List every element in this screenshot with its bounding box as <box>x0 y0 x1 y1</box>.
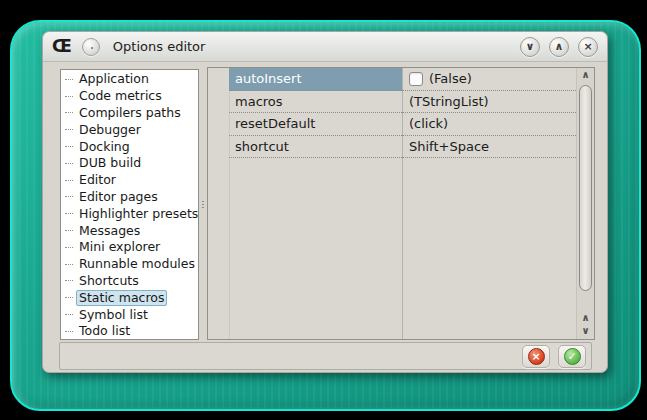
cancel-button[interactable]: × <box>522 345 550 368</box>
cancel-x-icon: × <box>528 348 545 365</box>
scroll-up-icon[interactable]: ∧ <box>577 68 594 81</box>
close-button[interactable]: × <box>578 37 598 57</box>
category-tree-item[interactable]: Shortcuts <box>61 273 198 290</box>
property-value: (False) <box>429 71 472 86</box>
category-tree-item[interactable]: Static macros <box>61 289 198 306</box>
scroll-up2-icon[interactable]: ∧ <box>577 311 594 324</box>
category-label[interactable]: Compilers paths <box>76 105 184 121</box>
scroll-down-icon[interactable]: ∨ <box>577 324 594 337</box>
property-row[interactable]: macros (TStringList) <box>208 91 576 114</box>
category-label[interactable]: Messages <box>76 223 143 239</box>
property-value: (TStringList) <box>409 94 489 109</box>
property-name[interactable]: shortcut <box>229 136 402 159</box>
category-tree-item[interactable]: Messages <box>61 222 198 239</box>
property-value: Shift+Space <box>409 139 489 154</box>
row-gutter <box>208 91 229 114</box>
category-label[interactable]: Editor pages <box>76 189 161 205</box>
app-logo-icon: Œ <box>52 38 70 55</box>
property-value-cell[interactable]: (click) <box>402 113 576 136</box>
titlebar[interactable]: Œ Options editor ∨ ∧ × <box>43 32 607 62</box>
category-label[interactable]: Static macros <box>76 290 167 306</box>
category-label[interactable]: Runnable modules <box>76 256 198 272</box>
property-row[interactable]: autoInsert (False) <box>208 68 576 91</box>
category-tree-item[interactable]: Highlighter presets <box>61 205 198 222</box>
category-tree-item[interactable]: Editor <box>61 172 198 189</box>
property-row[interactable]: shortcut Shift+Space <box>208 136 576 159</box>
category-label[interactable]: Shortcuts <box>76 273 142 289</box>
category-label[interactable]: Debugger <box>76 122 144 138</box>
category-tree-item[interactable]: Mini explorer <box>61 239 198 256</box>
category-label[interactable]: Highlighter presets <box>76 206 199 222</box>
property-name[interactable]: resetDefault <box>229 113 402 136</box>
minimize-button[interactable]: ∨ <box>520 37 540 57</box>
category-tree-item[interactable]: Compilers paths <box>61 105 198 122</box>
category-tree-item[interactable]: Application <box>61 71 198 88</box>
category-tree-item[interactable]: Docking <box>61 138 198 155</box>
row-gutter <box>208 113 229 136</box>
property-value-cell[interactable]: (False) <box>402 68 576 91</box>
accept-check-icon: ✓ <box>564 348 581 365</box>
category-tree-item[interactable]: Debugger <box>61 121 198 138</box>
property-name[interactable]: autoInsert <box>229 68 402 91</box>
property-value-cell[interactable]: Shift+Space <box>402 136 576 159</box>
maximize-button[interactable]: ∧ <box>549 37 569 57</box>
category-label[interactable]: Mini explorer <box>76 239 163 255</box>
category-tree-item[interactable]: Editor pages <box>61 189 198 206</box>
scrollbar-thumb[interactable] <box>579 85 592 291</box>
options-editor-window: Œ Options editor ∨ ∧ × Application Code … <box>42 31 608 373</box>
scroll-bottom-buttons: ∧ ∨ <box>577 311 594 337</box>
row-gutter <box>208 136 229 159</box>
category-label[interactable]: DUB build <box>76 155 144 171</box>
window-title: Options editor <box>113 39 206 54</box>
category-tree-item[interactable]: Symbol list <box>61 306 198 323</box>
accept-button[interactable]: ✓ <box>558 345 586 368</box>
category-label[interactable]: Application <box>76 71 152 87</box>
window-controls: ∨ ∧ × <box>520 37 598 57</box>
checkbox[interactable] <box>409 72 423 86</box>
category-label[interactable]: Code metrics <box>76 88 165 104</box>
category-tree-item[interactable]: Runnable modules <box>61 256 198 273</box>
category-label[interactable]: Symbol list <box>76 307 151 323</box>
property-rows: autoInsert (False) macros <box>208 68 576 158</box>
property-value-cell[interactable]: (TStringList) <box>402 91 576 114</box>
window-menu-button[interactable] <box>82 38 100 56</box>
property-grid[interactable]: autoInsert (False) macros <box>207 67 595 340</box>
scrollbar[interactable]: ∧ ∧ ∨ <box>576 68 594 339</box>
category-tree[interactable]: Application Code metrics Compilers paths… <box>60 69 199 340</box>
screen: Œ Options editor ∨ ∧ × Application Code … <box>0 0 647 420</box>
category-label[interactable]: Docking <box>76 139 133 155</box>
footer-bar: × ✓ <box>59 342 592 370</box>
property-row[interactable]: resetDefault (click) <box>208 113 576 136</box>
category-label[interactable]: Editor <box>76 172 119 188</box>
category-tree-item[interactable]: Todo list <box>61 323 198 340</box>
row-gutter <box>208 68 229 91</box>
category-label[interactable]: Todo list <box>76 323 133 339</box>
category-tree-item[interactable]: Code metrics <box>61 88 198 105</box>
category-tree-item[interactable]: DUB build <box>61 155 198 172</box>
panel-splitter[interactable] <box>199 69 207 340</box>
property-name[interactable]: macros <box>229 91 402 114</box>
property-value: (click) <box>409 116 448 131</box>
